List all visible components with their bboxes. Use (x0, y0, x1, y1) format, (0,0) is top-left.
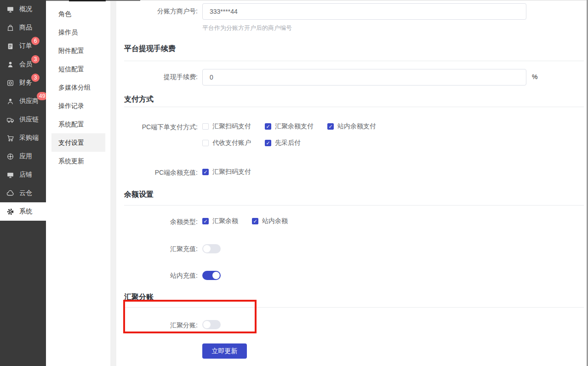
sidebar-item-orders[interactable]: 订单 6 (0, 37, 46, 55)
sidebar-item-goods[interactable]: 商品 (0, 18, 46, 37)
primary-sidebar: 概况 商品 订单 6 会员 3 财务 3 (0, 0, 46, 366)
checkbox-site-balance-pay[interactable]: ✓ 站内余额支付 (327, 122, 376, 131)
order-icon (6, 42, 14, 50)
bag-icon (6, 24, 14, 32)
merchant-no-input[interactable] (202, 3, 526, 20)
sidebar-item-system[interactable]: 系统 (0, 202, 46, 221)
section-divider (124, 307, 584, 308)
pc-order-pay-options-row2: 代收支付账户 ✓ 先采后付 (202, 138, 314, 148)
site-recharge-toggle[interactable] (202, 271, 221, 280)
juhe-split-label: 汇聚分账: (116, 321, 198, 330)
sidebar-item-label: 商品 (19, 23, 32, 32)
checkbox-juhe-balance-pay[interactable]: ✓ 汇聚余额支付 (265, 122, 314, 131)
checkbox-icon (202, 123, 209, 130)
sidebar-item-label: 财务 (19, 79, 32, 87)
sidebar-item-label: 云仓 (19, 189, 32, 197)
section-divider (124, 61, 584, 61)
finance-count-badge: 3 (31, 74, 40, 82)
balance-type-label: 余额类型: (116, 218, 198, 226)
truck-icon (6, 116, 14, 124)
update-now-button[interactable]: 立即更新 (202, 343, 247, 359)
pc-balance-recharge-label: PC端余额充值: (116, 169, 198, 177)
checkbox-buy-first-pay-later[interactable]: ✓ 先采后付 (265, 139, 301, 147)
section-divider (124, 107, 584, 107)
scroll-gutter (110, 0, 116, 366)
sidebar-item-purchasing[interactable]: 采购端 (0, 129, 46, 147)
sidebar-item-label: 系统 (19, 207, 32, 216)
sidebar-item-label: 供应商 (19, 97, 39, 105)
submenu-item-operation-log[interactable]: 操作记录 (51, 97, 105, 115)
toggle-knob (203, 245, 211, 252)
toggle-knob (212, 272, 220, 279)
finance-icon (6, 79, 14, 87)
submenu-item-payment-settings[interactable]: 支付设置 (51, 133, 105, 152)
withdraw-fee-input[interactable] (202, 69, 526, 86)
monitor-icon (6, 6, 14, 13)
juhe-recharge-label: 汇聚充值: (116, 245, 198, 253)
checkbox-juhe-scan-pay[interactable]: 汇聚扫码支付 (202, 122, 251, 131)
sidebar-item-suppliers[interactable]: 供应商 49 (0, 92, 46, 110)
sidebar-item-label: 应用 (19, 152, 32, 160)
sidebar-item-supply-chain[interactable]: 供应链 (0, 110, 46, 129)
check-icon: ✓ (265, 140, 271, 146)
checkbox-collection-account[interactable]: 代收支付账户 (202, 139, 251, 147)
sidebar-item-shops[interactable]: 店铺 (0, 166, 46, 184)
site-recharge-label: 站内充值: (116, 272, 198, 280)
member-icon (6, 61, 14, 69)
submenu-item-roles[interactable]: 角色 (51, 5, 105, 23)
sidebar-item-label: 会员 (19, 60, 32, 69)
toggle-knob (203, 321, 211, 328)
check-icon: ✓ (202, 218, 209, 224)
gear-icon (6, 208, 14, 216)
checkbox-site-balance[interactable]: ✓ 站内余额 (252, 217, 288, 225)
shop-icon (6, 171, 14, 179)
payment-settings-form: 分账方商户号: 平台作为分账方开户后的商户编号 平台提现手续费 提现手续费: %… (116, 0, 588, 366)
sidebar-item-label: 采购端 (19, 134, 39, 142)
supplier-icon (6, 97, 14, 105)
sidebar-item-label: 订单 (19, 42, 32, 50)
checkbox-juhe-scan-recharge[interactable]: ✓ 汇聚扫码支付 (202, 168, 251, 176)
submenu-item-system-update[interactable]: 系统更新 (51, 152, 105, 170)
merchant-no-label: 分账方商户号: (116, 7, 198, 16)
pc-balance-recharge-options: ✓ 汇聚扫码支付 (202, 167, 265, 177)
sidebar-item-label: 概况 (19, 5, 32, 13)
system-submenu: 角色 操作员 附件配置 短信配置 多媒体分组 操作记录 系统配置 支付设置 系统… (46, 0, 110, 366)
section-title-pay-methods: 支付方式 (124, 95, 154, 104)
submenu-item-system-config[interactable]: 系统配置 (51, 115, 105, 133)
sidebar-item-label: 店铺 (19, 171, 32, 179)
admin-page: 概况 商品 订单 6 会员 3 财务 3 (0, 0, 588, 366)
members-count-badge: 3 (31, 55, 40, 63)
sidebar-item-cloud-warehouse[interactable]: 云仓 (0, 184, 46, 202)
withdraw-fee-label: 提现手续费: (116, 73, 198, 81)
submenu-item-attachment-config[interactable]: 附件配置 (51, 41, 105, 60)
section-title-balance: 余额设置 (124, 190, 154, 200)
check-icon: ✓ (327, 123, 334, 130)
top-scroll-thumb-artifact (69, 0, 106, 1)
pc-order-pay-options-row1: 汇聚扫码支付 ✓ 汇聚余额支付 ✓ 站内余额支付 (202, 122, 390, 131)
balance-type-options: ✓ 汇聚余额 ✓ 站内余额 (202, 217, 302, 226)
percent-suffix: % (532, 73, 537, 80)
sidebar-item-apps[interactable]: 应用 (0, 147, 46, 166)
check-icon: ✓ (202, 169, 209, 175)
merchant-no-help: 平台作为分账方开户后的商户编号 (202, 24, 292, 32)
sidebar-item-label: 供应链 (19, 115, 39, 124)
check-icon: ✓ (265, 123, 271, 130)
juhe-split-toggle[interactable] (202, 320, 221, 329)
sidebar-item-members[interactable]: 会员 3 (0, 55, 46, 74)
cart-icon (6, 134, 14, 142)
check-icon: ✓ (252, 218, 258, 224)
section-title-split: 汇聚分账 (124, 292, 154, 302)
sidebar-item-overview[interactable]: 概况 (0, 0, 46, 18)
sidebar-item-finance[interactable]: 财务 3 (0, 74, 46, 92)
section-title-withdraw-fee: 平台提现手续费 (124, 44, 176, 54)
orders-count-badge: 6 (31, 37, 40, 45)
pc-order-pay-label: PC端下单支付方式: (116, 123, 198, 132)
submenu-item-sms-config[interactable]: 短信配置 (51, 60, 105, 78)
apps-icon (6, 153, 14, 160)
checkbox-icon (202, 140, 209, 146)
submenu-item-media-groups[interactable]: 多媒体分组 (51, 78, 105, 97)
checkbox-juhe-balance[interactable]: ✓ 汇聚余额 (202, 217, 238, 225)
juhe-recharge-toggle[interactable] (202, 244, 221, 253)
submenu-item-operators[interactable]: 操作员 (51, 23, 105, 41)
cloud-icon (6, 189, 14, 197)
